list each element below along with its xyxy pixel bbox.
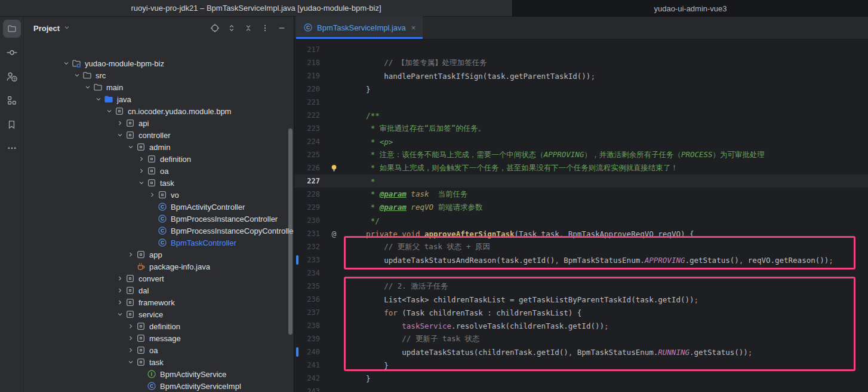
- line-number[interactable]: 232: [294, 243, 320, 251]
- chevron-right-icon[interactable]: [115, 299, 125, 306]
- chevron-down-icon[interactable]: [104, 108, 115, 115]
- code-line-241[interactable]: 241 }: [294, 359, 868, 372]
- code-text[interactable]: handleParentTaskIfSign(task.getParentTas…: [348, 72, 868, 81]
- close-icon[interactable]: ×: [410, 23, 417, 32]
- code-line-229[interactable]: 229 * @param reqVO 前端请求参数: [294, 201, 868, 214]
- line-number[interactable]: 217: [294, 45, 320, 54]
- code-line-236[interactable]: 236 List<Task> childrenTaskList = getTas…: [294, 293, 868, 306]
- code-line-232[interactable]: 232 // 更新父 task 状态 + 原因: [294, 240, 868, 253]
- tree-item-package-info.java[interactable]: package-info.java: [24, 261, 294, 272]
- chevron-right-icon[interactable]: [115, 287, 125, 294]
- line-number[interactable]: 225: [294, 151, 320, 159]
- activity-bar-item-commit[interactable]: [3, 44, 21, 62]
- tree-item-definition[interactable]: definition: [24, 153, 294, 165]
- code-line-224[interactable]: 224 * <p>: [294, 135, 868, 148]
- tree-item-BpmActivityController[interactable]: CBpmActivityController: [24, 201, 294, 213]
- chevron-down-icon[interactable]: [61, 60, 72, 67]
- tree-item-convert[interactable]: convert: [24, 272, 294, 284]
- code-line-240[interactable]: 240 updateTaskStatus(childrenTask.getId(…: [294, 345, 868, 359]
- code-line-222[interactable]: 222 /**: [294, 109, 868, 122]
- line-number[interactable]: 219: [294, 72, 320, 80]
- tree-item-BpmActivityService[interactable]: IBpmActivityService: [24, 368, 294, 380]
- chevron-down-icon[interactable]: [72, 72, 82, 79]
- line-number[interactable]: 242: [294, 374, 320, 382]
- code-line-223[interactable]: 223 * 审批通过存在“后加签”的任务。: [294, 122, 868, 135]
- code-line-230[interactable]: 230 */: [294, 214, 868, 227]
- line-number[interactable]: 241: [294, 361, 320, 369]
- line-number[interactable]: 224: [294, 137, 320, 146]
- code-line-237[interactable]: 237 for (Task childrenTask : childrenTas…: [294, 306, 868, 319]
- activity-bar-item-more[interactable]: [3, 139, 21, 157]
- code-text[interactable]: // 2. 激活子任务: [348, 281, 868, 292]
- tree-item-main[interactable]: main: [24, 81, 294, 93]
- code-text[interactable]: // 【加签专属】处理加签任务: [348, 58, 868, 68]
- tree-item-task[interactable]: task: [24, 356, 294, 368]
- chevron-down-icon[interactable]: [115, 311, 125, 318]
- tree-item-cn.iocoder.yudao.module.bpm[interactable]: cn.iocoder.yudao.module.bpm: [24, 105, 294, 117]
- code-text[interactable]: * 如果马上完成，则会触发下一个任务，甚至如果没有下一个任务则流程实例就直接结束…: [348, 163, 868, 173]
- activity-bar-item-structure[interactable]: [3, 91, 21, 109]
- line-number[interactable]: 220: [294, 85, 320, 93]
- tree-item-oa[interactable]: oa: [24, 165, 294, 177]
- project-tree-scrollbar[interactable]: [288, 128, 293, 335]
- code-text[interactable]: * 注意：该任务不能马上完成，需要一个中间状态（APPROVING），并激活剩余…: [348, 150, 868, 160]
- code-line-225[interactable]: 225 * 注意：该任务不能马上完成，需要一个中间状态（APPROVING），并…: [294, 148, 868, 161]
- code-text[interactable]: // 更新父 task 状态 + 原因: [348, 242, 868, 252]
- chevron-down-icon[interactable]: [125, 143, 136, 151]
- code-editor[interactable]: 217218 // 【加签专属】处理加签任务219 handleParentTa…: [294, 39, 868, 392]
- code-line-242[interactable]: 242 }: [294, 372, 868, 385]
- tree-item-definition[interactable]: definition: [24, 320, 294, 332]
- options-button[interactable]: [260, 23, 270, 33]
- line-number[interactable]: 234: [294, 269, 320, 277]
- tree-item-task[interactable]: task: [24, 177, 294, 189]
- line-number[interactable]: 229: [294, 203, 320, 212]
- code-text[interactable]: }: [348, 374, 868, 383]
- chevron-down-icon[interactable]: [115, 131, 125, 139]
- code-text[interactable]: */: [348, 216, 868, 225]
- line-number[interactable]: 228: [294, 190, 320, 198]
- tree-item-admin[interactable]: admin: [24, 141, 294, 153]
- code-text[interactable]: // 更新子 task 状态: [348, 334, 868, 344]
- change-marker[interactable]: [296, 347, 298, 357]
- line-number[interactable]: 223: [294, 124, 320, 133]
- project-panel-title[interactable]: Project: [33, 24, 60, 33]
- code-line-239[interactable]: 239 // 更新子 task 状态: [294, 332, 868, 345]
- tree-item-BpmTaskController[interactable]: CBpmTaskController: [24, 237, 294, 249]
- chevron-right-icon[interactable]: [136, 167, 147, 174]
- code-line-220[interactable]: 220 }: [294, 82, 868, 96]
- chevron-down-icon[interactable]: [125, 359, 136, 366]
- tree-item-BpmProcessInstanceCopyController[interactable]: CBpmProcessInstanceCopyController: [24, 225, 294, 237]
- intention-bulb-slot[interactable]: [320, 164, 348, 173]
- code-text[interactable]: taskService.resolveTask(childrenTask.get…: [348, 321, 868, 330]
- chevron-down-icon[interactable]: [63, 23, 70, 33]
- code-line-243[interactable]: 243: [294, 385, 868, 392]
- code-line-228[interactable]: 228 * @param task 当前任务: [294, 188, 868, 201]
- line-number[interactable]: 239: [294, 335, 320, 343]
- tree-item-api[interactable]: api: [24, 117, 294, 129]
- tree-item-BpmProcessInstanceController[interactable]: CBpmProcessInstanceController: [24, 213, 294, 225]
- code-line-234[interactable]: 234: [294, 267, 868, 280]
- line-number[interactable]: 238: [294, 321, 320, 330]
- code-text[interactable]: List<Task> childrenTaskList = getTaskLis…: [348, 295, 868, 304]
- tree-item-vo[interactable]: vo: [24, 189, 294, 201]
- code-text[interactable]: * @param task 当前任务: [348, 189, 868, 200]
- code-text[interactable]: * @param reqVO 前端请求参数: [348, 203, 868, 213]
- line-number[interactable]: 218: [294, 59, 320, 67]
- code-text[interactable]: updateTaskStatusAndReason(task.getId(), …: [348, 256, 868, 265]
- activity-bar-item-project[interactable]: [3, 20, 21, 38]
- code-text[interactable]: * <p>: [348, 137, 868, 146]
- hide-button[interactable]: [277, 23, 287, 33]
- code-line-231[interactable]: 231@ private void approveAfterSignTask(T…: [294, 227, 868, 240]
- chevron-down-icon[interactable]: [136, 179, 147, 186]
- line-number[interactable]: 226: [294, 164, 320, 172]
- line-number[interactable]: 231: [294, 229, 320, 238]
- chevron-right-icon[interactable]: [125, 347, 136, 354]
- chevron-right-icon[interactable]: [125, 251, 136, 258]
- chevron-right-icon[interactable]: [125, 335, 136, 342]
- code-text[interactable]: for (Task childrenTask : childrenTaskLis…: [348, 308, 868, 317]
- tree-item-dal[interactable]: dal: [24, 284, 294, 296]
- code-text[interactable]: }: [348, 361, 868, 370]
- code-text[interactable]: *: [348, 177, 868, 186]
- chevron-down-icon[interactable]: [82, 84, 93, 91]
- code-text[interactable]: * 审批通过存在“后加签”的任务。: [348, 124, 868, 134]
